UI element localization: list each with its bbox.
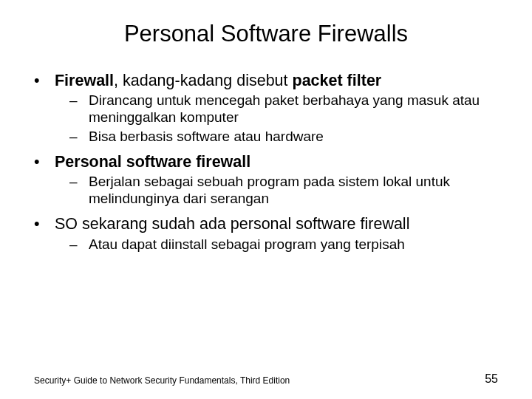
text: SO sekarang sudah ada personal software … <box>55 215 409 233</box>
sub-bullet-item: Bisa berbasis software atau hardware <box>50 128 498 145</box>
bold-text: Firewall <box>55 72 114 89</box>
sub-bullet-list: Dirancang untuk mencegah paket berbahaya… <box>50 92 498 145</box>
text: Dirancang untuk mencegah paket berbahaya… <box>89 92 480 125</box>
bullet-item: Personal software firewall Berjalan seba… <box>34 152 498 208</box>
bullet-list: Firewall, kadang-kadang disebut packet f… <box>34 71 498 253</box>
sub-bullet-item: Dirancang untuk mencegah paket berbahaya… <box>50 92 498 126</box>
slide: Personal Software Firewalls Firewall, ka… <box>0 0 532 399</box>
footer-book-title: Security+ Guide to Network Security Fund… <box>34 375 290 386</box>
bold-text: packet filter <box>293 72 382 89</box>
bullet-item: Firewall, kadang-kadang disebut packet f… <box>34 71 498 145</box>
text: , kadang-kadang disebut <box>114 72 292 89</box>
slide-footer: Security+ Guide to Network Security Fund… <box>34 372 498 386</box>
sub-bullet-list: Berjalan sebagai sebuah program pada sis… <box>50 173 498 207</box>
text: Bisa berbasis software atau hardware <box>89 129 324 144</box>
bold-text: Personal software firewall <box>55 153 250 171</box>
sub-bullet-list: Atau dapat diinstall sebagai program yan… <box>50 236 498 253</box>
slide-title: Personal Software Firewalls <box>124 21 408 47</box>
bullet-item: SO sekarang sudah ada personal software … <box>34 214 498 252</box>
sub-bullet-item: Atau dapat diinstall sebagai program yan… <box>50 236 498 253</box>
slide-content: Firewall, kadang-kadang disebut packet f… <box>34 71 498 384</box>
text: Atau dapat diinstall sebagai program yan… <box>89 236 405 252</box>
sub-bullet-item: Berjalan sebagai sebuah program pada sis… <box>50 173 498 207</box>
text: Berjalan sebagai sebuah program pada sis… <box>89 174 450 206</box>
footer-page-number: 55 <box>485 372 498 386</box>
